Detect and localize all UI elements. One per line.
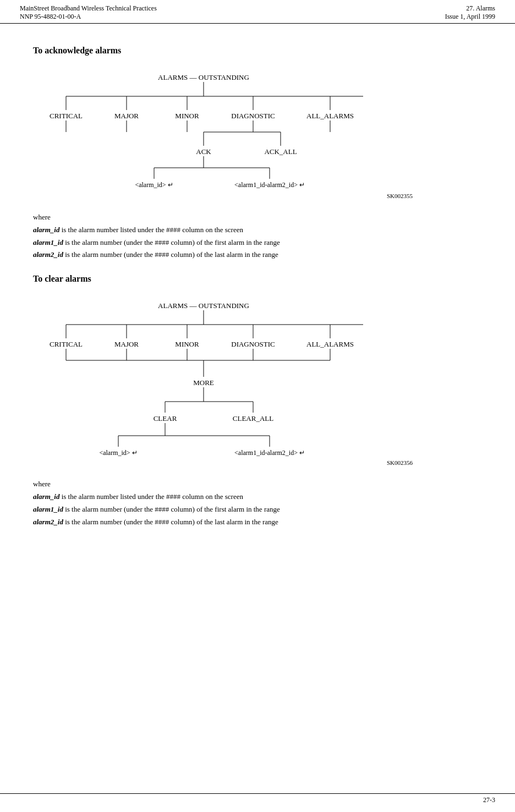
page-footer: 27-3 xyxy=(0,793,515,806)
svg-text:MAJOR: MAJOR xyxy=(114,112,139,120)
svg-text:<alarm1_id-alarm2_id> ↵: <alarm1_id-alarm2_id> ↵ xyxy=(234,181,305,189)
svg-text:ALARMS — OUTSTANDING: ALARMS — OUTSTANDING xyxy=(158,301,249,310)
where-block1: where alarm_id is the alarm number liste… xyxy=(33,212,482,261)
svg-text:DIAGNOSTIC: DIAGNOSTIC xyxy=(231,112,275,120)
page-header: MainStreet Broadband Wireless Technical … xyxy=(0,0,515,24)
svg-text:ALL_ALARMS: ALL_ALARMS xyxy=(306,340,354,348)
svg-text:MINOR: MINOR xyxy=(175,112,199,120)
svg-text:<alarm1_id-alarm2_id> ↵: <alarm1_id-alarm2_id> ↵ xyxy=(234,449,305,457)
svg-text:<alarm_id> ↵: <alarm_id> ↵ xyxy=(135,181,173,189)
section-clear: To clear alarms ALARMS — OUTSTANDING CRI… xyxy=(33,274,482,528)
section1-heading: To acknowledge alarms xyxy=(33,46,482,56)
svg-text:ACK: ACK xyxy=(196,147,211,156)
main-content: To acknowledge alarms ALARMS — OUTSTANDI… xyxy=(0,24,515,574)
diagram1: ALARMS — OUTSTANDING CRITICAL MAJOR MINO… xyxy=(33,69,482,203)
svg-text:CRITICAL: CRITICAL xyxy=(50,112,83,120)
section2-heading: To clear alarms xyxy=(33,274,482,284)
svg-text:CLEAR: CLEAR xyxy=(154,414,177,423)
svg-text:ALARMS — OUTSTANDING: ALARMS — OUTSTANDING xyxy=(158,73,249,81)
svg-text:DIAGNOSTIC: DIAGNOSTIC xyxy=(231,340,275,348)
svg-text:CRITICAL: CRITICAL xyxy=(50,340,83,348)
svg-text:MINOR: MINOR xyxy=(175,340,199,348)
diagram2-svg: ALARMS — OUTSTANDING CRITICAL MAJOR MINO… xyxy=(33,297,429,468)
svg-text:ACK_ALL: ACK_ALL xyxy=(264,147,297,156)
svg-text:ALL_ALARMS: ALL_ALARMS xyxy=(306,112,354,120)
diagram2: ALARMS — OUTSTANDING CRITICAL MAJOR MINO… xyxy=(33,297,482,470)
svg-text:SK002355: SK002355 xyxy=(387,193,413,199)
section-acknowledge: To acknowledge alarms ALARMS — OUTSTANDI… xyxy=(33,46,482,261)
header-right: 27. Alarms Issue 1, April 1999 xyxy=(445,4,495,21)
svg-text:CLEAR_ALL: CLEAR_ALL xyxy=(233,414,273,423)
svg-text:MORE: MORE xyxy=(193,378,214,387)
header-left: MainStreet Broadband Wireless Technical … xyxy=(20,4,157,21)
where-block2: where alarm_id is the alarm number liste… xyxy=(33,479,482,528)
svg-text:MAJOR: MAJOR xyxy=(114,340,139,348)
svg-text:<alarm_id> ↵: <alarm_id> ↵ xyxy=(99,449,137,457)
diagram1-svg: ALARMS — OUTSTANDING CRITICAL MAJOR MINO… xyxy=(33,69,429,201)
svg-text:SK002356: SK002356 xyxy=(387,459,413,466)
page-number: 27-3 xyxy=(483,796,495,804)
